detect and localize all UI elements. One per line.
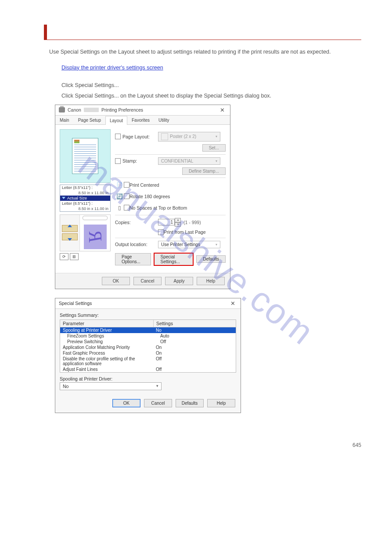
output-location-combo[interactable]: Use Printer Settings▾ — [158, 241, 220, 248]
settings-summary-label: Settings Summary: — [60, 312, 236, 318]
help-button[interactable]: Help — [207, 399, 235, 407]
page-options-button[interactable]: Page Options... — [115, 253, 151, 265]
spin-up-icon[interactable]: ▴ — [175, 218, 181, 222]
intro-text: Use Special Settings on the Layout sheet… — [49, 48, 361, 56]
copies-input[interactable]: 1 — [158, 219, 175, 225]
table-row[interactable]: FineZoom Settings Auto — [60, 333, 236, 339]
tray-up-icon — [62, 225, 78, 232]
actual-size-row[interactable]: Actual Size — [60, 196, 110, 201]
defaults-button[interactable]: Defaults — [176, 399, 204, 407]
page-layout-checkbox[interactable] — [115, 134, 121, 139]
roll-cylinder-icon — [83, 216, 108, 220]
param-cell: Fast Graphic Process — [60, 350, 153, 356]
section-header: Special Settings — [44, 26, 361, 40]
print-centered-label: Print Centered — [129, 182, 159, 188]
preview-control-2[interactable]: ⊞ — [70, 253, 79, 260]
output-location-value: Use Printer Settings — [161, 242, 200, 247]
special-dialog-title: Special Settings — [59, 301, 92, 306]
step-1-number: 1. — [47, 63, 56, 77]
step-2-number: 2. — [47, 81, 56, 94]
spool-value: No — [63, 384, 68, 389]
dialog-title-suffix: Printing Preferences — [101, 107, 143, 112]
set-button[interactable]: Set... — [202, 144, 226, 152]
special-settings-button[interactable]: Special Settings... — [154, 253, 194, 266]
src-size-dim: 8.50 in x 11.00 in — [60, 190, 110, 196]
col-parameter[interactable]: Parameter — [60, 320, 154, 327]
value-cell: On — [153, 350, 236, 356]
table-row[interactable]: Application Color Matching Priority On — [60, 345, 236, 350]
table-row[interactable]: Spooling at Printer Driver No — [60, 327, 236, 333]
page-number: 645 — [352, 442, 361, 448]
rotate-180-checkbox[interactable] — [124, 193, 129, 199]
accent-bar — [44, 25, 47, 40]
tab-layout[interactable]: Layout — [105, 116, 127, 125]
value-cell: Auto — [158, 333, 236, 339]
cancel-button[interactable]: Cancel — [144, 399, 172, 407]
model-obscured — [84, 108, 99, 112]
col-settings[interactable]: Settings — [154, 320, 236, 327]
special-settings-dialog: Special Settings ✕ Settings Summary: Par… — [55, 298, 241, 413]
param-cell: Adjust Faint Lines — [60, 366, 153, 372]
value-cell: Off — [153, 366, 236, 372]
print-last-page-label: Print from Last Page — [164, 229, 206, 235]
tab-page-setup[interactable]: Page Setup — [74, 116, 105, 124]
settings-table: Parameter Settings Spooling at Printer D… — [60, 319, 236, 373]
page-preview — [60, 129, 111, 183]
tab-utility[interactable]: Utility — [154, 116, 173, 124]
close-icon[interactable]: ✕ — [218, 107, 227, 113]
dst-size-dim: 8.50 in x 11.00 in — [60, 206, 110, 211]
close-icon[interactable]: ✕ — [229, 300, 237, 307]
size-info: Letter (8.5"x11") : 8.50 in x 11.00 in A… — [60, 185, 111, 212]
param-cell: Preview Switching — [60, 339, 158, 345]
ok-button[interactable]: OK — [102, 277, 130, 285]
centered-icon: 📄 — [115, 181, 124, 189]
ok-button[interactable]: OK — [112, 399, 140, 407]
table-row[interactable]: Disable the color profile setting of the… — [60, 356, 236, 366]
driver-settings-link[interactable]: Display the printer driver's settings sc… — [61, 65, 163, 71]
param-cell: Application Color Matching Priority — [60, 345, 153, 350]
rotate-icon: 🔄 — [115, 192, 124, 201]
page-layout-value: Poster (2 x 2) — [170, 134, 196, 139]
spool-combo[interactable]: No ▾ — [60, 382, 162, 390]
defaults-button[interactable]: Defaults — [196, 255, 226, 263]
value-cell: On — [153, 345, 236, 350]
nospace-icon: ▯ — [115, 203, 124, 212]
no-spaces-checkbox[interactable] — [124, 205, 129, 210]
print-centered-checkbox[interactable] — [124, 182, 129, 188]
stamp-value: CONFIDENTIAL — [161, 159, 193, 163]
tab-bar: Main Page Setup Layout Favorites Utility — [55, 116, 230, 125]
tab-main[interactable]: Main — [55, 116, 74, 124]
no-spaces-label: No Spaces at Top or Bottom — [129, 205, 187, 210]
help-button[interactable]: Help — [197, 277, 225, 285]
value-cell: Off — [158, 339, 236, 345]
param-cell: FineZoom Settings — [60, 333, 158, 339]
dst-size-label: Letter (8.5"x11") : — [60, 201, 110, 206]
poster-icon — [161, 133, 168, 140]
table-row[interactable]: Adjust Faint Lines Off — [60, 366, 236, 372]
stamp-combo[interactable]: CONFIDENTIAL▾ — [158, 157, 220, 165]
table-row[interactable]: Fast Graphic Process On — [60, 350, 236, 356]
tray-down-icon — [62, 233, 78, 240]
roll-preview-glyph: R — [84, 225, 107, 249]
page-layout-combo[interactable]: Poster (2 x 2) ▾ — [158, 132, 220, 141]
param-cell: Spooling at Printer Driver — [60, 327, 153, 333]
print-last-page-checkbox[interactable] — [158, 229, 164, 235]
preview-control-1[interactable]: ⟳ — [60, 253, 68, 260]
copies-spinner[interactable]: 1 ▴▾ — [158, 218, 181, 227]
output-location-label: Output location: — [115, 242, 147, 247]
copies-range: (1 - 999) — [183, 220, 201, 225]
apply-button[interactable]: Apply — [165, 277, 193, 285]
stamp-checkbox[interactable] — [115, 158, 121, 164]
define-stamp-button[interactable]: Define Stamp... — [182, 167, 226, 175]
doc-thumb-icon — [72, 138, 98, 174]
chevron-down-icon: ▾ — [216, 243, 217, 247]
spin-down-icon[interactable]: ▾ — [175, 222, 181, 227]
actual-size-label: Actual Size — [67, 196, 87, 200]
table-row[interactable]: Preview Switching Off — [60, 339, 236, 345]
param-cell: Disable the color profile setting of the… — [60, 356, 153, 366]
chevron-down-icon: ▾ — [216, 134, 217, 138]
cancel-button[interactable]: Cancel — [133, 277, 162, 285]
arrow-down-icon — [62, 197, 65, 199]
tab-favorites[interactable]: Favorites — [127, 116, 154, 124]
stamp-label: Stamp: — [122, 158, 137, 163]
